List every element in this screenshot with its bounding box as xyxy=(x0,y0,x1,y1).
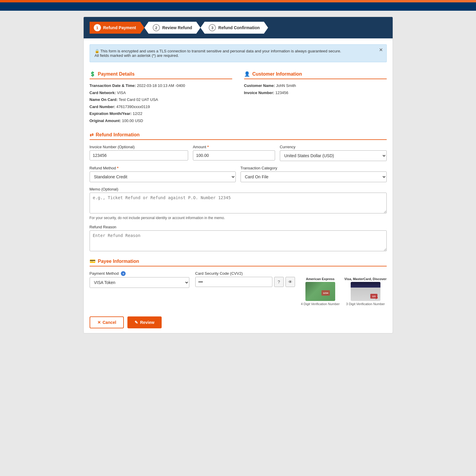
lock-icon: 🔒 xyxy=(95,49,99,53)
amex-cvv-circle: 1234 xyxy=(322,290,330,296)
nav-bar xyxy=(0,2,476,11)
memo-label: Memo (Optional) xyxy=(90,187,387,191)
name-on-card-value: Test Card 02 UAT USA xyxy=(119,97,158,102)
currency-label: Currency xyxy=(280,145,387,149)
visa-verify-label: 3 Digit Verification Number xyxy=(346,302,385,306)
customer-name-value: JohN Smith xyxy=(276,83,296,88)
expiration-value: 12/22 xyxy=(133,111,143,116)
amex-label: American Express xyxy=(306,277,335,281)
amex-card-image: 1234 xyxy=(305,282,335,301)
payment-method-group: Payment Method + VISA Token MasterCard T… xyxy=(90,271,189,288)
refund-method-select[interactable]: Standalone Credit Original Transaction xyxy=(90,171,236,182)
card-network-row: Card Network: VISA xyxy=(90,90,232,96)
dollar-icon: 💲 xyxy=(90,71,96,77)
refund-info-section: ⇄ Refund Information Invoice Number (Opt… xyxy=(90,132,387,251)
step-2[interactable]: 2 Review Refund xyxy=(144,22,200,34)
asterisk-note: All fields marked with an asterisk (*) a… xyxy=(95,53,179,58)
payee-info-header: 💳 Payee Information xyxy=(90,258,387,266)
page-wrapper: 1 Refund Payment 2 Review Refund 3 Refun… xyxy=(80,11,396,339)
payment-method-select[interactable]: VISA Token MasterCard Token Discover Tok… xyxy=(90,277,189,288)
card-images-area: American Express 1234 4 Digit Verificati… xyxy=(301,277,387,306)
security-notice: 🔒 This form is encrypted and uses a TLS … xyxy=(90,44,387,62)
top-bar xyxy=(0,0,476,2)
expiration-row: Expiration Month/Year: 12/22 xyxy=(90,111,232,117)
invoice-number-field[interactable] xyxy=(90,150,188,160)
original-amount-row: Original Amount: 100.00 USD xyxy=(90,118,232,124)
review-label: Review xyxy=(140,320,154,325)
payment-details-title: Payment Details xyxy=(98,71,135,77)
step-3-label: Refund Confirmation xyxy=(218,25,260,30)
refund-row-1: Invoice Number (Optional) Amount * Curre… xyxy=(90,145,387,161)
security-message: This form is encrypted and uses a TLS co… xyxy=(100,49,341,53)
review-button[interactable]: ✎ Review xyxy=(127,316,161,328)
customer-info-header: 👤 Customer Information xyxy=(244,71,387,79)
cancel-icon: ✕ xyxy=(97,320,101,325)
invoice-number-group: Invoice Number (Optional) xyxy=(90,145,188,160)
transaction-category-label: Transaction Category xyxy=(241,166,387,170)
amex-card-group: American Express 1234 4 Digit Verificati… xyxy=(301,277,340,306)
payment-method-label: Payment Method + xyxy=(90,271,189,276)
cvv-label: Card Security Code (CVV2) xyxy=(195,271,295,276)
card-number-value: 47617390xxxx0119 xyxy=(116,104,150,109)
payment-details-section: 💲 Payment Details Transaction Date & Tim… xyxy=(90,71,232,125)
original-amount-value: 100.00 USD xyxy=(122,118,143,123)
name-on-card-label: Name On Card: xyxy=(90,97,118,102)
person-icon: 👤 xyxy=(244,71,250,77)
amount-field[interactable] xyxy=(193,150,275,160)
close-security-notice[interactable]: ✕ xyxy=(379,47,383,53)
arrows-icon: ⇄ xyxy=(90,132,93,138)
amount-label: Amount * xyxy=(193,145,275,149)
cvv-show-button[interactable]: 👁 xyxy=(285,277,295,287)
stepper: 1 Refund Payment 2 Review Refund 3 Refun… xyxy=(84,17,393,38)
button-row: ✕ Cancel ✎ Review xyxy=(84,312,393,333)
invoice-number-field-label: Invoice Number (Optional) xyxy=(90,145,188,149)
cvv-field[interactable] xyxy=(195,277,272,287)
refund-info-title: Refund Information xyxy=(96,132,140,138)
refund-method-label: Refund Method * xyxy=(90,166,236,170)
card-network-label: Card Network: xyxy=(90,90,116,95)
card-number-row: Card Number: 47617390xxxx0119 xyxy=(90,104,232,110)
expiration-label: Expiration Month/Year: xyxy=(90,111,132,116)
transaction-category-select[interactable]: Card On File Recurring Single xyxy=(241,171,387,182)
step-1-label: Refund Payment xyxy=(103,25,136,30)
cvv-group: Card Security Code (CVV2) ? 👁 xyxy=(195,271,295,287)
visa-card-group: Visa, MasterCard, Discover 123 ↗ 3 Digit… xyxy=(344,277,387,306)
step-3[interactable]: 3 Refund Confirmation xyxy=(200,22,268,34)
transaction-category-group: Transaction Category Card On File Recurr… xyxy=(241,166,387,182)
refund-reason-label: Refund Reason xyxy=(90,225,387,229)
step-2-label: Review Refund xyxy=(162,25,192,30)
top-section: 💲 Payment Details Transaction Date & Tim… xyxy=(90,71,387,125)
visa-card-image: 123 ↗ xyxy=(351,282,380,301)
customer-info-title: Customer Information xyxy=(252,71,302,77)
transaction-date-value: 2022-03-18 10:13 AM -0400 xyxy=(137,83,185,88)
original-amount-label: Original Amount: xyxy=(90,118,121,123)
step-2-number: 2 xyxy=(153,24,160,31)
main-card: 1 Refund Payment 2 Review Refund 3 Refun… xyxy=(83,17,393,333)
payment-method-info-icon[interactable]: + xyxy=(121,271,126,276)
cvv-help-button[interactable]: ? xyxy=(274,277,284,287)
visa-label: Visa, MasterCard, Discover xyxy=(344,277,387,281)
refund-method-group: Refund Method * Standalone Credit Origin… xyxy=(90,166,236,182)
name-on-card-row: Name On Card: Test Card 02 UAT USA xyxy=(90,97,232,103)
payee-info-title: Payee Information xyxy=(98,259,139,264)
amex-verify-label: 4 Digit Verification Number xyxy=(301,302,340,306)
card-number-label: Card Number: xyxy=(90,104,116,109)
customer-info-section: 👤 Customer Information Customer Name: Jo… xyxy=(244,71,387,125)
payment-details-header: 💲 Payment Details xyxy=(90,71,232,79)
invoice-number-value: 123456 xyxy=(275,90,288,95)
cancel-label: Cancel xyxy=(103,320,116,325)
customer-name-row: Customer Name: JohN Smith xyxy=(244,83,387,89)
cancel-button[interactable]: ✕ Cancel xyxy=(90,316,124,328)
memo-field[interactable] xyxy=(90,193,387,213)
transaction-date-label: Transaction Date & Time: xyxy=(90,83,136,88)
memo-hint: For your security, do not include person… xyxy=(90,216,387,220)
step-1[interactable]: 1 Refund Payment xyxy=(90,22,144,34)
cvv-input-row: ? 👁 xyxy=(195,277,295,287)
step-1-number: 1 xyxy=(94,24,101,31)
refund-row-2: Refund Method * Standalone Credit Origin… xyxy=(90,166,387,182)
payee-info-section: 💳 Payee Information Payment Method + VIS… xyxy=(90,258,387,306)
invoice-number-label: Invoice Number: xyxy=(244,90,274,95)
refund-reason-field[interactable] xyxy=(90,230,387,251)
currency-select[interactable]: United States Dollar (USD) Euro (EUR) Br… xyxy=(280,150,387,161)
refund-info-header: ⇄ Refund Information xyxy=(90,132,387,140)
